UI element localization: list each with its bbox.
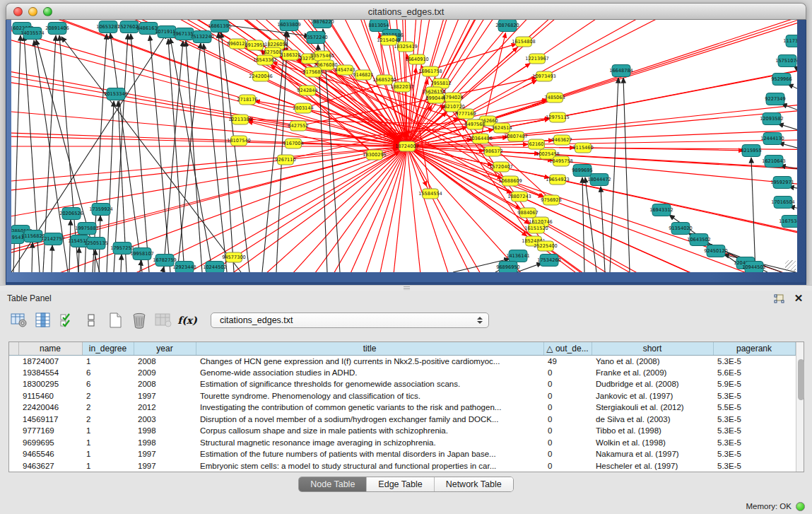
- table-cell[interactable]: Dudbridge et al. (2008): [592, 378, 713, 390]
- table-cell[interactable]: 1997: [134, 448, 196, 460]
- table-cell[interactable]: 6: [82, 378, 134, 390]
- table-cell[interactable]: 5.6E-5: [713, 367, 795, 379]
- table-cell[interactable]: Structural magnetic resonance image aver…: [196, 437, 543, 449]
- table-cell[interactable]: Hescheler et al. (1997): [592, 460, 713, 472]
- table-cell[interactable]: 14569117: [18, 414, 82, 426]
- table-row[interactable]: 946362711997Embryonic stem cells: a mode…: [9, 460, 795, 472]
- select-attributes-icon[interactable]: [57, 310, 78, 330]
- table-cell[interactable]: 19384554: [18, 367, 82, 379]
- table-cell[interactable]: 1998: [134, 437, 196, 449]
- column-header-title[interactable]: title: [196, 342, 543, 355]
- table-cell[interactable]: 2: [82, 414, 134, 426]
- import-table-icon[interactable]: [153, 310, 174, 330]
- table-selector-dropdown[interactable]: citations_edges.txt: [211, 313, 489, 328]
- table-cell[interactable]: 5.3E-5: [713, 460, 795, 472]
- table-cell[interactable]: 2008: [134, 378, 196, 390]
- table-cell[interactable]: 0: [543, 460, 592, 472]
- table-cell[interactable]: Tibbo et al. (1998): [592, 425, 713, 437]
- table-row[interactable]: 911546021997Tourette syndrome. Phenomeno…: [9, 390, 795, 402]
- table-cell[interactable]: 0: [543, 378, 592, 390]
- column-header-in-degree[interactable]: in_degree: [82, 342, 134, 355]
- close-panel-icon[interactable]: ✕: [792, 293, 805, 304]
- table-cell[interactable]: 5.9E-5: [713, 378, 795, 390]
- table-cell[interactable]: 2009: [134, 367, 196, 379]
- table-cell[interactable]: 6: [82, 367, 134, 379]
- tab-network-table[interactable]: Network Table: [435, 477, 513, 491]
- table-cell[interactable]: 0: [543, 437, 592, 449]
- table-cell[interactable]: 1: [82, 437, 134, 449]
- table-cell[interactable]: 9115460: [18, 390, 82, 402]
- table-cell[interactable]: 5.5E-5: [713, 402, 795, 414]
- table-cell[interactable]: 1: [82, 355, 134, 367]
- tab-node-table[interactable]: Node Table: [299, 477, 367, 491]
- tab-edge-table[interactable]: Edge Table: [367, 477, 434, 491]
- table-row[interactable]: 2242004622012Investigating the contribut…: [9, 402, 795, 414]
- panel-splitter[interactable]: [0, 285, 812, 291]
- table-cell[interactable]: 2012: [134, 402, 196, 414]
- row-height-icon[interactable]: [81, 310, 102, 330]
- table-cell[interactable]: 0: [543, 414, 592, 426]
- table-cell[interactable]: Stergiakouli et al. (2012): [592, 402, 713, 414]
- table-cell[interactable]: Corpus callosum shape and size in male p…: [196, 425, 543, 437]
- table-cell[interactable]: 2: [82, 390, 134, 402]
- delete-table-icon[interactable]: [129, 310, 150, 330]
- table-row[interactable]: 977716911998Corpus callosum shape and si…: [9, 425, 795, 437]
- table-cell[interactable]: Investigating the contribution of common…: [196, 402, 543, 414]
- table-cell[interactable]: 22420046: [18, 402, 82, 414]
- table-cell[interactable]: Disruption of a novel member of a sodium…: [196, 414, 543, 426]
- table-cell[interactable]: Yano et al. (2008): [592, 355, 713, 367]
- window-titlebar[interactable]: citations_edges.txt: [6, 3, 806, 20]
- close-window-button[interactable]: [13, 7, 23, 16]
- table-cell[interactable]: 2008: [134, 355, 196, 367]
- table-cell[interactable]: de Silva et al. (2003): [592, 414, 713, 426]
- table-cell[interactable]: 1997: [134, 460, 196, 472]
- table-settings-icon[interactable]: [8, 310, 30, 330]
- canvas-resize-handle[interactable]: [785, 260, 796, 271]
- minimize-window-button[interactable]: [28, 7, 37, 16]
- table-row[interactable]: 946554611997Estimation of the future num…: [9, 448, 795, 460]
- table-cell[interactable]: 9465546: [18, 448, 82, 460]
- zoom-window-button[interactable]: [43, 7, 52, 16]
- table-cell[interactable]: 9699695: [18, 437, 82, 449]
- table-cell[interactable]: 9463627: [18, 460, 82, 472]
- table-cell[interactable]: 5.3E-5: [713, 448, 795, 460]
- table-cell[interactable]: 0: [543, 425, 592, 437]
- table-cell[interactable]: Wolkin et al. (1998): [592, 437, 713, 449]
- table-cell[interactable]: Nakamura et al. (1997): [592, 448, 713, 460]
- table-cell[interactable]: 2003: [134, 414, 196, 426]
- table-cell[interactable]: 18724007: [18, 355, 82, 367]
- table-cell[interactable]: Jankovic et al. (1997): [592, 390, 713, 402]
- table-scrollbar[interactable]: [796, 342, 804, 472]
- table-cell[interactable]: 0: [543, 367, 592, 379]
- table-cell[interactable]: 49: [543, 355, 592, 367]
- table-cell[interactable]: Tourette syndrome. Phenomenology and cla…: [196, 390, 543, 402]
- table-cell[interactable]: 5.3E-5: [713, 414, 795, 426]
- table-cell[interactable]: 2: [82, 402, 134, 414]
- column-header-pagerank[interactable]: pagerank: [713, 342, 795, 355]
- table-cell[interactable]: 0: [543, 448, 592, 460]
- scrollbar-thumb[interactable]: [798, 359, 804, 400]
- table-cell[interactable]: 5.3E-5: [713, 425, 795, 437]
- table-cell[interactable]: 1: [82, 425, 134, 437]
- table-row[interactable]: 1830029562008Estimation of significance …: [9, 378, 795, 390]
- table-row[interactable]: 1872400712008Changes of HCN gene express…: [9, 355, 795, 367]
- table-cell[interactable]: Estimation of the future numbers of pati…: [196, 448, 543, 460]
- table-cell[interactable]: 5.3E-5: [713, 390, 795, 402]
- function-builder-icon[interactable]: f(x): [177, 310, 198, 330]
- column-header-name[interactable]: name: [18, 342, 82, 355]
- table-cell[interactable]: Genome-wide association studies in ADHD.: [196, 367, 543, 379]
- table-cell[interactable]: Franke et al. (2009): [592, 367, 713, 379]
- new-table-icon[interactable]: [105, 310, 126, 330]
- table-cell[interactable]: Estimation of significance thresholds fo…: [196, 378, 543, 390]
- table-row[interactable]: 1456911722003Disruption of a novel membe…: [9, 414, 795, 426]
- table-cell[interactable]: 0: [543, 402, 592, 414]
- column-header-short[interactable]: short: [592, 342, 713, 355]
- table-column-icon[interactable]: [33, 310, 54, 330]
- float-panel-icon[interactable]: [772, 293, 785, 304]
- table-cell[interactable]: 1997: [134, 390, 196, 402]
- table-cell[interactable]: 5.3E-5: [713, 355, 795, 367]
- table-cell[interactable]: 0: [543, 390, 592, 402]
- table-cell[interactable]: 5.3E-5: [713, 437, 795, 449]
- network-canvas[interactable]: 1872400716023809140355742089140610653287…: [11, 20, 797, 272]
- table-cell[interactable]: 1: [82, 448, 134, 460]
